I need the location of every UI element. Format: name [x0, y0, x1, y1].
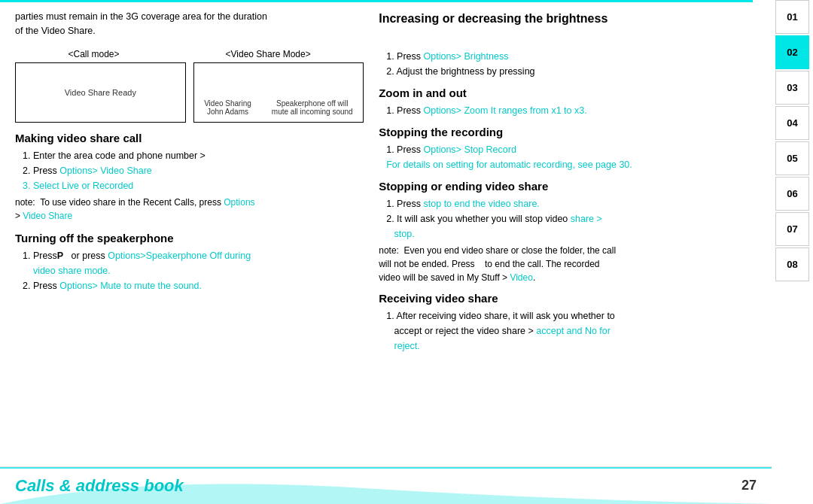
stop-recording-step-1: 1. Press Options> Stop Record: [386, 142, 757, 157]
mute-all-label: mute all incoming sound: [272, 108, 353, 116]
speakerphone-off-label: Speakerphone off will: [276, 99, 348, 108]
speakerphone-section: Turning off the speakerphone 1. PressP o…: [15, 232, 364, 293]
receive-video-heading: Receiving video share: [379, 292, 757, 305]
call-mode-section: <Call mode> <Video Share Mode> Video Sha…: [15, 49, 364, 123]
main-content: parties must remain in the 3G coverage a…: [0, 2, 772, 466]
sidebar-item-06[interactable]: 06: [775, 177, 809, 211]
sidebar-item-05[interactable]: 05: [775, 141, 809, 175]
video-sharing-label: Video Sharing: [204, 99, 251, 108]
making-note: note: To use video share in the Recent C…: [15, 196, 364, 223]
two-column-layout: <Call mode> <Video Share Mode> Video Sha…: [15, 49, 757, 460]
receive-video-step-1: 1. After receiving video share, it will …: [386, 308, 757, 354]
making-step-2: 2. Press Options> Video Share: [23, 163, 364, 178]
page-container: 01 02 03 04 05 06 07 08 parties must rem…: [0, 0, 813, 504]
stop-video-step-2b: stop.: [386, 226, 757, 241]
call-mode-boxes: Video Share Ready Video Sharing John Ada…: [15, 62, 364, 123]
receive-video-section: Receiving video share 1. After receiving…: [379, 292, 757, 354]
sidebar-item-03[interactable]: 03: [775, 71, 809, 105]
speakerphone-step-1: 1. PressP or press Options>Speakerphone …: [23, 248, 364, 278]
call-mode-box: Video Share Ready: [15, 62, 186, 123]
footer-title: Calls & address book: [15, 476, 184, 496]
video-share-mode-label: <Video Share Mode>: [226, 49, 311, 59]
making-video-share-heading: Making video share call: [15, 132, 364, 144]
zoom-section: Zoom in and out 1. Press Options> Zoom I…: [379, 87, 757, 118]
stop-recording-heading: Stopping the recording: [379, 126, 757, 138]
sidebar-item-02[interactable]: 02: [775, 35, 809, 69]
footer: Calls & address book 27: [0, 466, 772, 504]
stop-recording-note: For details on setting for automatic rec…: [386, 157, 757, 172]
sidebar: 01 02 03 04 05 06 07 08: [772, 0, 813, 504]
speakerphone-step-2: 2. Press Options> Mute to mute the sound…: [23, 278, 364, 293]
making-step-3: 3. Select Live or Recorded: [23, 178, 364, 193]
bottom-labels: Video Sharing John Adams Speakerphone of…: [194, 99, 364, 116]
stop-video-note: note: Even you end video share or close …: [379, 244, 757, 284]
speakerphone-heading: Turning off the speakerphone: [15, 232, 364, 244]
brightness-step-1: 1. Press Options> Brightness: [386, 49, 757, 64]
stop-video-step-2: 2. It will ask you whether you will stop…: [386, 211, 757, 226]
stop-video-share-section: Stopping or ending video share 1. Press …: [379, 180, 757, 284]
sidebar-item-04[interactable]: 04: [775, 106, 809, 140]
zoom-heading: Zoom in and out: [379, 87, 757, 99]
stop-video-share-heading: Stopping or ending video share: [379, 180, 757, 193]
call-mode-labels: <Call mode> <Video Share Mode>: [15, 49, 364, 59]
brightness-step-2: 2. Adjust the brightness by pressing: [386, 64, 757, 79]
video-share-mode-box: Video Sharing John Adams Speakerphone of…: [193, 62, 364, 123]
intro-paragraph: parties must remain in the 3G coverage a…: [15, 10, 364, 38]
call-mode-label: <Call mode>: [68, 49, 119, 59]
footer-page-number: 27: [741, 478, 757, 493]
making-video-share-section: Making video share call 1. Enter the are…: [15, 132, 364, 223]
brightness-heading: Increasing or decreasing the brightness: [379, 10, 757, 28]
stop-video-step-1: 1. Press stop to end the video share.: [386, 196, 757, 211]
stop-recording-section: Stopping the recording 1. Press Options>…: [379, 126, 757, 172]
sidebar-item-01[interactable]: 01: [775, 0, 809, 34]
john-adams-label: John Adams: [207, 108, 248, 116]
left-column: <Call mode> <Video Share Mode> Video Sha…: [15, 49, 364, 460]
video-share-ready-text: Video Share Ready: [65, 88, 136, 97]
right-column: 1. Press Options> Brightness 2. Adjust t…: [379, 49, 757, 460]
sidebar-item-07[interactable]: 07: [775, 212, 809, 246]
sidebar-item-08[interactable]: 08: [775, 247, 809, 281]
zoom-step-1: 1. Press Options> Zoom It ranges from x1…: [386, 103, 757, 118]
brightness-section: 1. Press Options> Brightness 2. Adjust t…: [379, 49, 757, 79]
making-step-1: 1. Enter the area code and phone number …: [23, 148, 364, 163]
